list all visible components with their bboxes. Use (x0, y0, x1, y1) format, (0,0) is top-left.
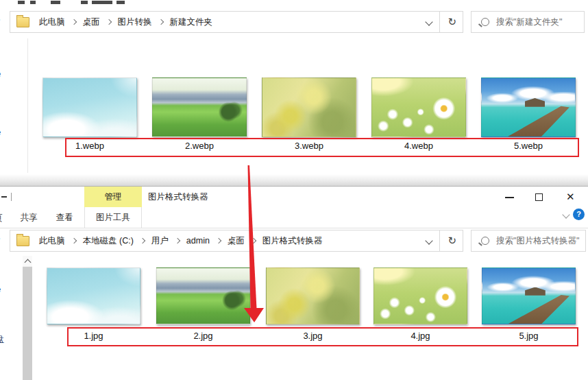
folder-icon (16, 236, 29, 246)
tab-share[interactable]: 共享 (14, 207, 44, 228)
ribbon-fragment (30, 1, 36, 4)
chevron-right-icon (71, 238, 76, 244)
file-name[interactable]: 3.jpg (266, 331, 360, 341)
ribbon-fragment (81, 1, 88, 4)
chevron-right-icon (216, 238, 221, 244)
up-arrow-icon[interactable]: ↑ (0, 234, 1, 245)
file-thumbnail-flowers[interactable] (262, 78, 356, 137)
file-name[interactable]: 2.webp (152, 141, 247, 151)
file-item[interactable]: 1.jpg (47, 268, 140, 341)
screenshot-canvas: ↑ 此电脑 桌面 图片转换 新建文件夹 ↻ 搜索"新建文件夹" e e (0, 0, 588, 380)
file-name[interactable]: 1.jpg (47, 331, 140, 341)
search-icon (481, 18, 489, 26)
folder-icon (16, 17, 29, 27)
file-name[interactable]: 2.jpg (156, 331, 250, 341)
breadcrumb-users[interactable]: 用户 (147, 235, 173, 247)
file-thumbnail-meadow[interactable] (152, 78, 247, 137)
address-bar[interactable]: 此电脑 桌面 图片转换 新建文件夹 ↻ (10, 11, 463, 33)
minimize-button[interactable] (505, 197, 514, 198)
file-name[interactable]: 5.jpg (482, 331, 576, 341)
file-item[interactable]: 5.jpg (482, 268, 576, 341)
ribbon-fragment (117, 1, 125, 4)
breadcrumb-folder[interactable]: 图片转换 (114, 16, 156, 28)
file-thumbnail-clouds[interactable] (47, 268, 140, 324)
help-icon[interactable]: ? (573, 209, 585, 220)
search-input[interactable]: 搜索"新建文件夹" (471, 11, 585, 33)
search-input[interactable]: 搜索"图片格式转换器" (471, 230, 586, 252)
window-title: 图片格式转换器 (148, 191, 208, 203)
file-name[interactable]: 1.webp (42, 141, 137, 151)
address-dropdown-icon[interactable] (425, 237, 432, 244)
chevron-right-icon (71, 19, 76, 25)
chevron-right-icon (140, 238, 145, 244)
search-placeholder: 搜索"新建文件夹" (496, 16, 562, 28)
breadcrumb-current-folder[interactable]: 图片格式转换器 (258, 235, 327, 247)
divider (11, 193, 12, 201)
nav-item-fragment: 盘 (0, 333, 4, 346)
file-item[interactable]: 5.webp (481, 78, 576, 151)
tab-view[interactable]: 查看 (49, 207, 79, 228)
nav-pane-divider (27, 38, 28, 173)
tab-picture-tools[interactable]: 图片工具 (84, 207, 142, 228)
refresh-icon[interactable]: ↻ (448, 236, 456, 246)
file-item[interactable]: 3.webp (262, 78, 356, 151)
nav-item-fragment: e (0, 284, 1, 294)
file-item[interactable]: 2.webp (152, 78, 247, 151)
quick-access-fragment (1, 196, 7, 198)
file-thumbnail-pier[interactable] (482, 268, 576, 324)
up-arrow-icon[interactable]: ↑ (0, 15, 1, 26)
file-item[interactable]: 1.webp (42, 78, 137, 151)
contextual-tab-manage[interactable]: 管理 (84, 187, 142, 207)
tab-fragment: 页 (0, 212, 3, 224)
file-item[interactable]: 3.jpg (266, 268, 360, 341)
nav-item-fragment: e (0, 69, 1, 79)
address-bar[interactable]: 此电脑 本地磁盘 (C:) 用户 admin 桌面 图片格式转换器 ↻ (10, 230, 463, 252)
file-name[interactable]: 4.webp (371, 141, 466, 151)
file-name[interactable]: 4.jpg (373, 331, 467, 341)
address-dropdown-icon[interactable] (425, 18, 432, 25)
file-name[interactable]: 5.webp (481, 141, 576, 151)
breadcrumb-local-disk[interactable]: 本地磁盘 (C:) (79, 235, 138, 247)
ribbon-collapse-icon[interactable] (562, 211, 569, 218)
search-placeholder: 搜索"图片格式转换器" (496, 235, 579, 247)
file-thumbnail-flowers[interactable] (266, 268, 360, 324)
refresh-icon[interactable]: ↻ (448, 17, 456, 27)
file-name[interactable]: 3.webp (262, 141, 356, 151)
chevron-up-icon (24, 259, 31, 265)
chevron-right-icon (251, 238, 256, 244)
chevron-right-icon (158, 19, 163, 25)
breadcrumb: 此电脑 桌面 图片转换 新建文件夹 (35, 16, 217, 28)
divider (0, 228, 588, 228)
window-edge-shadow (0, 174, 588, 187)
breadcrumb: 此电脑 本地磁盘 (C:) 用户 admin 桌面 图片格式转换器 (35, 235, 326, 247)
file-thumbnail-daisies[interactable] (371, 78, 466, 137)
scrollbar-thumb[interactable] (23, 267, 32, 380)
chevron-right-icon (175, 238, 180, 244)
breadcrumb-desktop[interactable]: 桌面 (223, 235, 249, 247)
file-item[interactable]: 4.webp (371, 78, 466, 151)
ribbon-fragment (18, 1, 25, 4)
file-thumbnail-pier[interactable] (481, 78, 576, 137)
divider (439, 12, 440, 32)
nav-pane-scrollbar[interactable] (23, 256, 32, 380)
ribbon-fragment (92, 1, 112, 4)
breadcrumb-this-pc[interactable]: 此电脑 (35, 235, 69, 247)
chevron-right-icon (106, 19, 111, 25)
nav-item-fragment: e (0, 127, 1, 137)
ribbon-fragment (51, 1, 60, 4)
close-button[interactable]: ✕ (566, 191, 575, 202)
file-item[interactable]: 2.jpg (156, 268, 250, 341)
breadcrumb-desktop[interactable]: 桌面 (79, 16, 104, 28)
search-icon (481, 237, 489, 245)
file-item[interactable]: 4.jpg (373, 268, 467, 341)
file-thumbnail-meadow[interactable] (156, 268, 250, 324)
breadcrumb-this-pc[interactable]: 此电脑 (35, 16, 69, 28)
divider (439, 230, 440, 251)
file-thumbnail-clouds[interactable] (42, 78, 137, 137)
file-thumbnail-daisies[interactable] (373, 268, 467, 324)
breadcrumb-current-folder[interactable]: 新建文件夹 (166, 16, 217, 28)
maximize-button[interactable] (535, 193, 543, 201)
breadcrumb-admin[interactable]: admin (182, 236, 214, 246)
scroll-up-button[interactable] (23, 256, 32, 266)
